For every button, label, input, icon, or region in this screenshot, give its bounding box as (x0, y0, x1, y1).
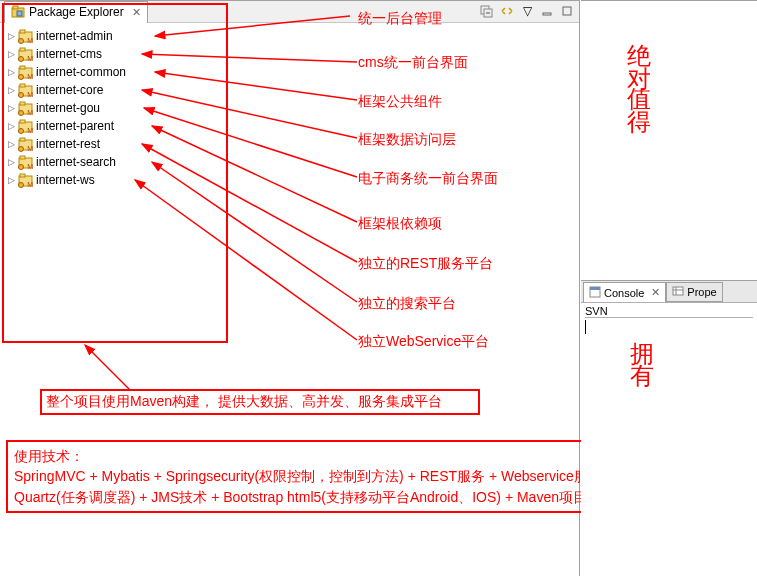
project-label: internet-cms (36, 47, 102, 61)
view-header: Package Explorer ✕ ▽ (0, 1, 579, 23)
annotation-item-3: 框架数据访问层 (358, 131, 456, 149)
close-icon[interactable]: ✕ (651, 286, 660, 299)
package-explorer-title: Package Explorer (29, 5, 124, 19)
svg-text:M: M (27, 73, 33, 80)
svg-rect-33 (20, 138, 25, 141)
expand-icon[interactable]: ▷ (6, 103, 16, 113)
project-internet-cms[interactable]: ▷ M internet-cms (6, 45, 579, 63)
package-explorer-icon (11, 5, 25, 19)
project-label: internet-search (36, 155, 116, 169)
svg-rect-9 (20, 30, 25, 33)
annotation-summary-1: 整个项目使用Maven构建， 提供大数据、高并发、服务集成平台 (40, 389, 480, 415)
svg-text:M: M (27, 37, 33, 44)
maven-project-icon: M (18, 100, 34, 116)
svg-point-19 (19, 75, 24, 80)
expand-icon[interactable]: ▷ (6, 157, 16, 167)
svg-text:M: M (27, 55, 33, 62)
project-tree: ▷ M internet-admin ▷ M internet-cms ▷ M … (0, 23, 579, 189)
annotation-item-6: 独立的REST服务平台 (358, 255, 493, 273)
project-internet-parent[interactable]: ▷ M internet-parent (6, 117, 579, 135)
view-toolbar: ▽ (479, 3, 575, 19)
package-explorer-tab[interactable]: Package Explorer ✕ (4, 1, 148, 23)
svg-point-23 (19, 93, 24, 98)
maven-project-icon: M (18, 136, 34, 152)
expand-icon[interactable]: ▷ (6, 49, 16, 59)
project-internet-core[interactable]: ▷ M internet-core (6, 81, 579, 99)
project-internet-admin[interactable]: ▷ M internet-admin (6, 27, 579, 45)
properties-icon (672, 285, 684, 299)
svg-rect-29 (20, 120, 25, 123)
expand-icon[interactable]: ▷ (6, 175, 16, 185)
svg-rect-7 (563, 7, 571, 15)
right-top-area: 绝对值得 (581, 1, 757, 281)
project-label: internet-parent (36, 119, 114, 133)
bottom-view-tabs: Console ✕ Prope (581, 281, 757, 303)
annotation-item-1: cms统一前台界面 (358, 54, 468, 72)
svg-point-31 (19, 129, 24, 134)
maven-project-icon: M (18, 154, 34, 170)
project-label: internet-ws (36, 173, 95, 187)
project-internet-common[interactable]: ▷ M internet-common (6, 63, 579, 81)
svg-text:M: M (27, 163, 33, 170)
maven-project-icon: M (18, 64, 34, 80)
svg-text:M: M (27, 109, 33, 116)
link-editor-icon[interactable] (499, 3, 515, 19)
view-menu-icon[interactable]: ▽ (519, 3, 535, 19)
expand-icon[interactable]: ▷ (6, 139, 16, 149)
project-label: internet-gou (36, 101, 100, 115)
svg-point-11 (19, 39, 24, 44)
maven-project-icon: M (18, 172, 34, 188)
maven-project-icon: M (18, 28, 34, 44)
console-tab-label: Console (604, 287, 644, 299)
maven-project-icon: M (18, 82, 34, 98)
annotation-item-7: 独立的搜索平台 (358, 295, 456, 313)
expand-icon[interactable]: ▷ (6, 85, 16, 95)
svg-text:M: M (27, 181, 33, 188)
svg-rect-37 (20, 156, 25, 159)
project-label: internet-rest (36, 137, 100, 151)
properties-tab[interactable]: Prope (666, 282, 722, 302)
svg-point-43 (19, 183, 24, 188)
svg-text:M: M (27, 145, 33, 152)
svg-rect-41 (20, 174, 25, 177)
console-output[interactable] (585, 320, 753, 410)
svg-rect-6 (543, 13, 551, 15)
slogan-text-1: 绝对值得 (623, 25, 655, 113)
svg-point-27 (19, 111, 24, 116)
annotation-item-8: 独立WebService平台 (358, 333, 489, 351)
expand-icon[interactable]: ▷ (6, 121, 16, 131)
project-label: internet-core (36, 83, 103, 97)
project-internet-rest[interactable]: ▷ M internet-rest (6, 135, 579, 153)
close-icon[interactable]: ✕ (132, 6, 141, 19)
svg-rect-25 (20, 102, 25, 105)
console-body: SVN (581, 303, 757, 412)
text-cursor (585, 320, 586, 334)
svg-rect-2 (17, 11, 22, 16)
maximize-icon[interactable] (559, 3, 575, 19)
console-tab[interactable]: Console ✕ (583, 282, 666, 302)
project-internet-gou[interactable]: ▷ M internet-gou (6, 99, 579, 117)
collapse-all-icon[interactable] (479, 3, 495, 19)
svg-point-39 (19, 165, 24, 170)
svg-text:M: M (27, 91, 33, 98)
project-internet-search[interactable]: ▷ M internet-search (6, 153, 579, 171)
svg-point-35 (19, 147, 24, 152)
svg-rect-17 (20, 66, 25, 69)
svg-text:M: M (27, 127, 33, 134)
svg-rect-1 (13, 6, 18, 9)
expand-icon[interactable]: ▷ (6, 67, 16, 77)
expand-icon[interactable]: ▷ (6, 31, 16, 41)
svg-rect-13 (20, 48, 25, 51)
annotation-top: 统一后台管理 (358, 10, 442, 28)
project-label: internet-admin (36, 29, 113, 43)
minimize-icon[interactable] (539, 3, 555, 19)
svg-point-15 (19, 57, 24, 62)
project-label: internet-common (36, 65, 126, 79)
svg-rect-21 (20, 84, 25, 87)
annotation-item-4: 电子商务统一前台界面 (358, 170, 498, 188)
annotation-item-2: 框架公共组件 (358, 93, 442, 111)
right-pane: 绝对值得 Console ✕ Prope SVN (581, 0, 757, 576)
svg-rect-55 (590, 287, 600, 290)
annotation-item-5: 框架根依赖项 (358, 215, 442, 233)
svg-rect-56 (673, 287, 683, 295)
